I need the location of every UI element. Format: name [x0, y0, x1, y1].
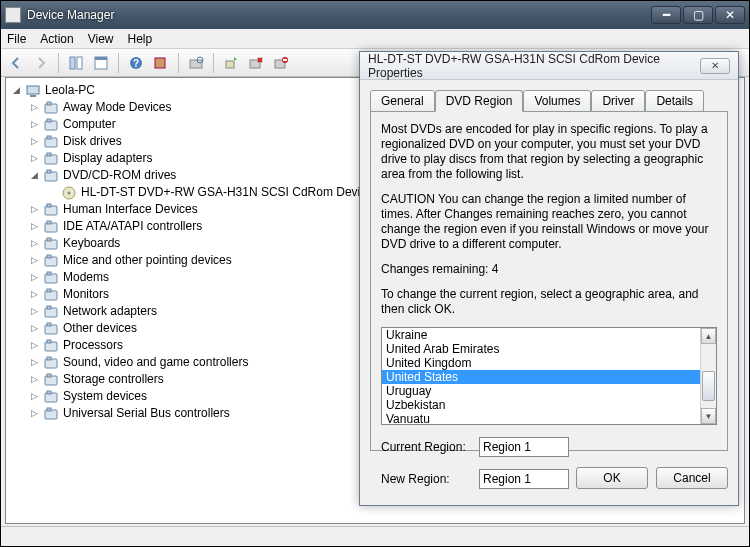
svg-rect-0	[70, 57, 75, 69]
menu-help[interactable]: Help	[128, 32, 153, 46]
expand-icon[interactable]: ▷	[30, 290, 39, 299]
svg-rect-33	[47, 238, 51, 241]
expand-icon[interactable]: ▷	[30, 324, 39, 333]
dialog-tabs: GeneralDVD RegionVolumesDriverDetails	[370, 90, 728, 112]
ok-button[interactable]: OK	[576, 467, 648, 489]
list-item[interactable]: Ukraine	[382, 328, 700, 342]
device-category-icon	[43, 117, 59, 133]
svg-point-27	[68, 191, 71, 194]
tree-item-label: Processors	[63, 337, 123, 354]
device-category-icon	[43, 372, 59, 388]
tab-volumes[interactable]: Volumes	[523, 90, 591, 112]
tree-item-label: Away Mode Devices	[63, 99, 172, 116]
expand-icon[interactable]: ▷	[30, 103, 39, 112]
dvd-region-tabpane: Most DVDs are encoded for play in specif…	[370, 111, 728, 451]
uninstall-button[interactable]	[245, 52, 267, 74]
scan-hardware-button[interactable]	[185, 52, 207, 74]
scroll-up-icon[interactable]: ▲	[701, 328, 716, 344]
list-item[interactable]: Uruguay	[382, 384, 700, 398]
list-item[interactable]: United Arab Emirates	[382, 342, 700, 356]
maximize-button[interactable]: ▢	[683, 6, 713, 24]
tree-item-label: Keyboards	[63, 235, 120, 252]
show-hide-tree-button[interactable]	[65, 52, 87, 74]
svg-rect-29	[47, 204, 51, 207]
scroll-down-icon[interactable]: ▼	[701, 408, 716, 424]
listbox-scrollbar[interactable]: ▲ ▼	[700, 328, 716, 424]
expand-icon[interactable]: ▷	[30, 205, 39, 214]
dialog-titlebar: HL-DT-ST DVD+-RW GSA-H31N SCSI CdRom Dev…	[360, 52, 738, 80]
svg-rect-3	[95, 57, 107, 60]
close-button[interactable]: ✕	[715, 6, 745, 24]
list-item[interactable]: Vanuatu	[382, 412, 700, 424]
instruction-text: To change the current region, select a g…	[381, 287, 717, 317]
expand-icon[interactable]: ▷	[30, 273, 39, 282]
list-item[interactable]: United States	[382, 370, 700, 384]
menu-file[interactable]: File	[7, 32, 26, 46]
svg-rect-43	[47, 323, 51, 326]
device-category-icon	[43, 287, 59, 303]
svg-text:?: ?	[133, 58, 139, 69]
device-category-icon	[43, 100, 59, 116]
expand-icon[interactable]: ▷	[30, 307, 39, 316]
forward-button[interactable]	[30, 52, 52, 74]
list-item[interactable]: Uzbekistan	[382, 398, 700, 412]
dialog-title: HL-DT-ST DVD+-RW GSA-H31N SCSI CdRom Dev…	[368, 52, 700, 80]
tree-item-label: Network adapters	[63, 303, 157, 320]
tree-root-label: Leola-PC	[45, 82, 95, 99]
back-button[interactable]	[5, 52, 27, 74]
menu-action[interactable]: Action	[40, 32, 73, 46]
svg-rect-25	[47, 170, 51, 173]
current-region-label: Current Region:	[381, 440, 471, 454]
tree-item-label: Computer	[63, 116, 116, 133]
country-listbox[interactable]: UkraineUnited Arab EmiratesUnited Kingdo…	[381, 327, 717, 425]
expand-icon[interactable]: ▷	[30, 137, 39, 146]
svg-rect-9	[226, 61, 234, 68]
collapse-icon[interactable]: ◢	[12, 86, 21, 95]
expand-icon[interactable]: ▷	[30, 392, 39, 401]
device-category-icon	[43, 355, 59, 371]
expand-icon[interactable]: ▷	[30, 239, 39, 248]
tree-item-label: Universal Serial Bus controllers	[63, 405, 230, 422]
tab-dvd-region[interactable]: DVD Region	[435, 90, 524, 112]
dialog-close-button[interactable]: ✕	[700, 58, 730, 74]
device-manager-window: Device Manager ━ ▢ ✕ File Action View He…	[0, 0, 750, 547]
tab-general[interactable]: General	[370, 90, 435, 112]
svg-rect-17	[47, 102, 51, 105]
device-category-icon	[43, 134, 59, 150]
svg-rect-45	[47, 340, 51, 343]
expand-icon[interactable]: ▷	[30, 358, 39, 367]
expand-icon[interactable]: ▷	[30, 256, 39, 265]
svg-rect-6	[155, 58, 165, 68]
help-button[interactable]: ?	[125, 52, 147, 74]
expand-icon[interactable]: ▷	[30, 222, 39, 231]
properties-toolbar-button[interactable]	[90, 52, 112, 74]
collapse-icon[interactable]: ◢	[30, 171, 39, 180]
expand-icon[interactable]: ▷	[30, 409, 39, 418]
tab-details[interactable]: Details	[645, 90, 704, 112]
svg-rect-47	[47, 357, 51, 360]
window-title: Device Manager	[27, 8, 651, 22]
expand-icon[interactable]: ▷	[30, 341, 39, 350]
minimize-button[interactable]: ━	[651, 6, 681, 24]
tree-item-label: Other devices	[63, 320, 137, 337]
tree-item-label: Disk drives	[63, 133, 122, 150]
expand-icon[interactable]: ▷	[30, 120, 39, 129]
properties-dialog: HL-DT-ST DVD+-RW GSA-H31N SCSI CdRom Dev…	[359, 51, 739, 506]
action-toolbar-button[interactable]	[150, 52, 172, 74]
tree-item-label: Display adapters	[63, 150, 152, 167]
tab-driver[interactable]: Driver	[591, 90, 645, 112]
scroll-thumb[interactable]	[702, 371, 715, 401]
expand-icon[interactable]: ▷	[30, 154, 39, 163]
update-driver-button[interactable]	[220, 52, 242, 74]
disable-button[interactable]	[270, 52, 292, 74]
menu-view[interactable]: View	[88, 32, 114, 46]
tree-item-label: Mice and other pointing devices	[63, 252, 232, 269]
svg-rect-31	[47, 221, 51, 224]
current-region-field: Region 1	[479, 437, 569, 457]
expand-icon[interactable]: ▷	[30, 375, 39, 384]
cancel-button[interactable]: Cancel	[656, 467, 728, 489]
device-category-icon	[43, 389, 59, 405]
svg-rect-51	[47, 391, 51, 394]
list-item[interactable]: United Kingdom	[382, 356, 700, 370]
device-category-icon	[43, 168, 59, 184]
